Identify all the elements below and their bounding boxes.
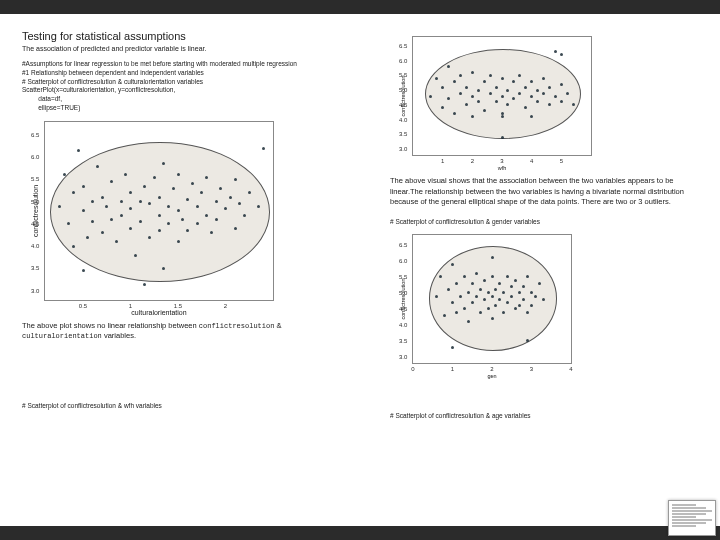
- chart3-xlabel: gen: [487, 373, 496, 379]
- data-point: [451, 263, 454, 266]
- code-block-3: # Scatterplot of conflictresolution & ge…: [390, 218, 698, 227]
- data-point: [139, 220, 142, 223]
- x-tick: 4: [530, 158, 533, 164]
- data-point: [167, 205, 170, 208]
- data-point: [443, 314, 446, 317]
- y-tick: 4.0: [399, 322, 407, 328]
- y-tick: 5.5: [399, 72, 407, 78]
- data-point: [441, 86, 444, 89]
- y-tick: 4.5: [399, 306, 407, 312]
- data-point: [548, 86, 551, 89]
- data-point: [524, 86, 527, 89]
- chart1-ylabel: conflictresolution: [32, 185, 39, 237]
- x-tick: 1: [441, 158, 444, 164]
- data-point: [177, 240, 180, 243]
- chart-culturalorientation: conflictresolution culturalorientation 3…: [44, 121, 274, 301]
- data-point: [451, 346, 454, 349]
- y-tick: 4.0: [399, 117, 407, 123]
- y-tick: 6.0: [399, 58, 407, 64]
- y-tick: 6.5: [399, 242, 407, 248]
- data-point: [243, 214, 246, 217]
- chart2-ylabel: conflictresolution: [400, 76, 406, 117]
- data-point: [205, 214, 208, 217]
- data-point: [455, 282, 458, 285]
- subtitle: The association of predicted and predict…: [22, 45, 330, 52]
- data-point: [429, 95, 432, 98]
- data-point: [262, 147, 265, 150]
- chart-wfh: conflictresolution wfh 3.03.54.04.55.05.…: [412, 36, 592, 156]
- y-tick: 6.5: [31, 132, 39, 138]
- code-block-1: #Assumptions for linear regression to be…: [22, 60, 330, 113]
- data-point: [495, 86, 498, 89]
- data-point: [479, 311, 482, 314]
- data-point: [453, 80, 456, 83]
- data-ellipse: [425, 49, 581, 140]
- data-point: [530, 95, 533, 98]
- data-point: [538, 282, 541, 285]
- data-point: [510, 295, 513, 298]
- data-point: [471, 282, 474, 285]
- data-point: [129, 207, 132, 210]
- y-tick: 3.0: [399, 354, 407, 360]
- data-point: [186, 198, 189, 201]
- x-tick: 0.5: [79, 303, 87, 309]
- x-tick: 4: [569, 366, 572, 372]
- data-point: [554, 95, 557, 98]
- data-point: [110, 218, 113, 221]
- data-point: [483, 109, 486, 112]
- data-point: [491, 295, 494, 298]
- data-point: [96, 165, 99, 168]
- data-point: [158, 214, 161, 217]
- data-point: [471, 115, 474, 118]
- data-point: [120, 200, 123, 203]
- chart1-xlabel: culturalorientation: [131, 309, 186, 316]
- data-point: [82, 269, 85, 272]
- data-point: [134, 254, 137, 257]
- data-point: [501, 95, 504, 98]
- x-tick: 0: [411, 366, 414, 372]
- x-tick: 2: [471, 158, 474, 164]
- x-tick: 2: [224, 303, 227, 309]
- data-point: [105, 205, 108, 208]
- data-point: [560, 53, 563, 56]
- y-tick: 3.5: [399, 338, 407, 344]
- data-point: [58, 205, 61, 208]
- data-point: [467, 320, 470, 323]
- y-tick: 5.5: [399, 274, 407, 280]
- chart-2-wrap: conflictresolution wfh 3.03.54.04.55.05.…: [412, 36, 698, 156]
- data-point: [471, 95, 474, 98]
- x-tick: 3: [530, 366, 533, 372]
- y-tick: 5.0: [31, 199, 39, 205]
- data-point: [554, 50, 557, 53]
- data-point: [229, 196, 232, 199]
- data-point: [459, 74, 462, 77]
- data-point: [158, 196, 161, 199]
- y-tick: 3.0: [399, 146, 407, 152]
- data-point: [542, 298, 545, 301]
- data-point: [455, 311, 458, 314]
- y-tick: 3.5: [399, 131, 407, 137]
- x-tick: 1: [129, 303, 132, 309]
- data-point: [148, 236, 151, 239]
- data-point: [234, 227, 237, 230]
- y-tick: 6.0: [399, 258, 407, 264]
- data-point: [459, 295, 462, 298]
- data-point: [530, 80, 533, 83]
- data-point: [501, 77, 504, 80]
- data-point: [101, 196, 104, 199]
- data-point: [477, 89, 480, 92]
- data-point: [479, 288, 482, 291]
- page-thumbnail[interactable]: [668, 500, 716, 536]
- data-point: [536, 89, 539, 92]
- code-block-4: # Scatterplot of conflictresolution & ag…: [390, 412, 698, 421]
- caption-2: The above visual shows that the associat…: [390, 176, 698, 208]
- data-point: [471, 71, 474, 74]
- data-point: [77, 149, 80, 152]
- data-ellipse: [429, 246, 557, 350]
- page-title: Testing for statistical assumptions: [22, 30, 330, 42]
- y-tick: 6.0: [31, 154, 39, 160]
- caption-1: The above plot shows no linear relations…: [22, 321, 330, 343]
- data-point: [224, 207, 227, 210]
- y-tick: 5.5: [31, 176, 39, 182]
- data-point: [196, 205, 199, 208]
